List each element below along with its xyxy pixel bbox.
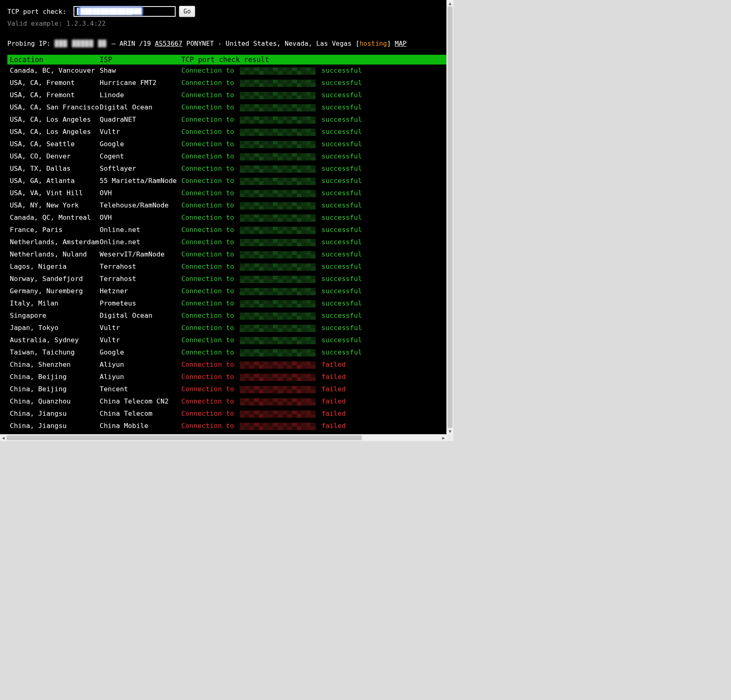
cell-isp: Hurricane FMT2 bbox=[97, 77, 179, 89]
result-target-mask bbox=[240, 227, 316, 234]
cell-location: USA, CA, Los Angeles bbox=[7, 114, 97, 126]
cell-location: France, Paris bbox=[7, 224, 97, 236]
map-link[interactable]: MAP bbox=[395, 40, 407, 47]
result-prefix: Connection to bbox=[181, 91, 234, 99]
cell-result: Connection to successful bbox=[179, 163, 447, 175]
result-target-mask bbox=[240, 214, 316, 222]
table-row: China, JiangsuChina TelecomConnection to… bbox=[7, 408, 447, 420]
cell-result: Connection to failed bbox=[179, 371, 447, 383]
table-row: Canada, QC, MontrealOVHConnection to suc… bbox=[7, 212, 447, 224]
result-prefix: Connection to bbox=[181, 67, 234, 74]
result-status: successful bbox=[321, 128, 362, 136]
cell-location: Germany, Nuremberg bbox=[7, 285, 97, 297]
cell-isp: OVH bbox=[97, 187, 179, 199]
probe-asn-suffix: PONYNET - United States, Nevada, Las Veg… bbox=[183, 40, 359, 47]
example-line: Valid example: 1.2.3.4:22 bbox=[7, 20, 447, 27]
probe-line: Probing IP: ███ █████ ██ – ARIN /19 AS53… bbox=[7, 40, 447, 47]
cell-location: Netherlands, Amsterdam bbox=[7, 236, 97, 248]
cell-isp: Vultr bbox=[97, 322, 179, 334]
cell-location: Japan, Tokyo bbox=[7, 322, 97, 334]
table-row: USA, CA, FremontLinodeConnection to succ… bbox=[7, 89, 447, 101]
cell-location: Norway, Sandefjord bbox=[7, 273, 97, 285]
result-status: successful bbox=[321, 226, 362, 234]
cell-result: Connection to successful bbox=[179, 346, 447, 359]
result-target-mask bbox=[240, 153, 316, 161]
result-target-mask bbox=[240, 178, 316, 185]
cell-result: Connection to successful bbox=[179, 285, 447, 297]
cell-isp: Softlayer bbox=[97, 163, 179, 175]
cell-result: Connection to successful bbox=[179, 65, 447, 77]
cell-result: Connection to successful bbox=[179, 199, 447, 212]
table-row: China, ShenzhenAliyunConnection to faile… bbox=[7, 359, 447, 371]
scroll-up-icon[interactable]: ▲ bbox=[447, 0, 453, 7]
result-prefix: Connection to bbox=[181, 410, 234, 417]
cell-location: China, Beijing bbox=[7, 371, 97, 383]
table-row: USA, TX, DallasSoftlayerConnection to su… bbox=[7, 163, 447, 175]
cell-isp: Tencent bbox=[97, 383, 179, 395]
result-prefix: Connection to bbox=[181, 373, 234, 381]
result-status: successful bbox=[321, 336, 362, 344]
result-status: successful bbox=[321, 177, 362, 185]
hscroll-thumb[interactable] bbox=[7, 435, 362, 440]
probe-asn-link[interactable]: AS53667 bbox=[155, 40, 182, 47]
table-row: China, QuanzhouChina Telecom CN2Connecti… bbox=[7, 395, 447, 408]
result-status: successful bbox=[321, 67, 362, 74]
result-target-mask bbox=[240, 349, 316, 357]
scroll-down-icon[interactable]: ▼ bbox=[447, 428, 453, 435]
result-target-mask bbox=[240, 312, 316, 320]
table-row: SingaporeDigital OceanConnection to succ… bbox=[7, 310, 447, 322]
result-prefix: Connection to bbox=[181, 422, 234, 430]
result-target-mask bbox=[240, 92, 316, 99]
result-status: successful bbox=[321, 250, 362, 258]
table-row: USA, VA, Vint HillOVHConnection to succe… bbox=[7, 187, 447, 199]
result-status: successful bbox=[321, 140, 362, 148]
cell-location: Canada, QC, Montreal bbox=[7, 212, 97, 224]
cell-isp: Aliyun bbox=[97, 359, 179, 371]
cell-location: USA, CA, San Francisco bbox=[7, 101, 97, 114]
result-prefix: Connection to bbox=[181, 312, 234, 319]
cell-result: Connection to failed bbox=[179, 420, 447, 432]
result-status: successful bbox=[321, 287, 362, 295]
probe-prefix: Probing IP: bbox=[7, 40, 55, 47]
result-target-mask bbox=[240, 80, 316, 87]
hscroll-track[interactable] bbox=[7, 435, 440, 441]
vertical-scrollbar[interactable]: ▲ ▼ bbox=[446, 0, 453, 435]
cell-location: USA, VA, Vint Hill bbox=[7, 187, 97, 199]
result-prefix: Connection to bbox=[181, 275, 234, 283]
results-table: Location ISP TCP port check result Canad… bbox=[7, 55, 447, 435]
tcp-input[interactable] bbox=[74, 6, 176, 17]
go-button[interactable]: Go bbox=[179, 6, 195, 17]
result-status: successful bbox=[321, 324, 362, 332]
result-target-mask bbox=[240, 300, 316, 308]
table-row: China, BeijingTencentConnection to faile… bbox=[7, 383, 447, 395]
table-row: Taiwan, TaichungGoogleConnection to succ… bbox=[7, 346, 447, 359]
cell-location: Italy, Milan bbox=[7, 297, 97, 310]
cell-isp: China Telecom bbox=[97, 408, 179, 420]
vscroll-track[interactable] bbox=[447, 7, 453, 428]
cell-isp: China Telecom CN2 bbox=[97, 395, 179, 408]
table-row: USA, NY, New YorkTelehouse/RamNodeConnec… bbox=[7, 199, 447, 212]
result-prefix: Connection to bbox=[181, 116, 234, 123]
table-row: France, ParisOnline.netConnection to suc… bbox=[7, 224, 447, 236]
cell-result: Connection to successful bbox=[179, 261, 447, 273]
probe-ip: ███ █████ ██ bbox=[55, 40, 108, 47]
vscroll-thumb[interactable] bbox=[448, 7, 452, 428]
result-target-mask bbox=[240, 202, 316, 210]
result-target-mask bbox=[240, 116, 316, 124]
cell-location: China, Shenzhen bbox=[7, 359, 97, 371]
cell-result: Connection to successful bbox=[179, 187, 447, 199]
cell-result: Connection to successful bbox=[179, 273, 447, 285]
result-status: failed bbox=[321, 410, 346, 417]
result-status: successful bbox=[321, 348, 362, 356]
scroll-left-icon[interactable]: ◀ bbox=[0, 435, 7, 441]
result-status: failed bbox=[321, 385, 346, 393]
cell-result: Connection to successful bbox=[179, 322, 447, 334]
cell-location: China, Jiangsu bbox=[7, 420, 97, 432]
cell-location: Lagos, Nigeria bbox=[7, 261, 97, 273]
result-prefix: Connection to bbox=[181, 324, 234, 332]
result-prefix: Connection to bbox=[181, 152, 234, 160]
table-row: USA, CA, San FranciscoDigital OceanConne… bbox=[7, 101, 447, 114]
horizontal-scrollbar[interactable]: ◀ ▶ bbox=[0, 434, 447, 441]
cell-result: Connection to failed bbox=[179, 359, 447, 371]
scroll-right-icon[interactable]: ▶ bbox=[440, 435, 447, 441]
